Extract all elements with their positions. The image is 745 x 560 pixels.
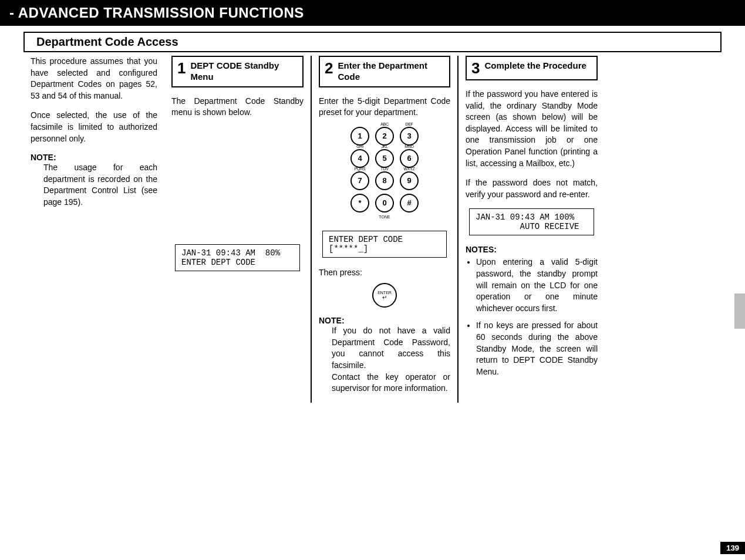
lcd-display-3: JAN-31 09:43 AM 100% AUTO RECEIVE xyxy=(469,208,594,235)
keypad-tone-label: TONE xyxy=(379,215,390,219)
step-1-column: 1 DEPT CODE Standby Menu The Department … xyxy=(164,56,311,403)
keypad-key-3: DEF3 xyxy=(400,127,419,146)
step-title: Complete the Procedure xyxy=(484,60,586,72)
keypad-key-hash: # xyxy=(400,194,419,212)
keypad-key-7: PQRS7 xyxy=(350,171,369,190)
step-2-header: 2 Enter the Department Code xyxy=(319,56,450,87)
then-press-label: Then press: xyxy=(319,267,450,279)
step-title: DEPT CODE Standby Menu xyxy=(190,60,298,83)
page-number: 139 xyxy=(720,542,745,554)
note-body: If you do not have a valid Department Co… xyxy=(332,325,450,394)
note-label: NOTE: xyxy=(31,153,157,162)
notes-label: NOTES: xyxy=(466,245,598,254)
step-number: 2 xyxy=(325,60,333,76)
keypad-key-4: GHI4 xyxy=(350,149,369,168)
keypad-key-9: WXYZ9 xyxy=(400,171,419,190)
step-number: 1 xyxy=(177,60,186,76)
intro-paragraph: Once selected, the use of the facsimile … xyxy=(31,110,157,144)
keypad-key-5: JKL5 xyxy=(375,149,394,168)
lcd-display-2: ENTER DEPT CODE [*****_] xyxy=(322,231,447,258)
keypad-key-6: MNO6 xyxy=(400,149,419,168)
step-1-body: The Department Code Standby menu is show… xyxy=(171,96,304,119)
enter-button-icon: ENTER ↵ xyxy=(372,283,397,308)
lcd-display-1: JAN-31 09:43 AM 80% ENTER DEPT CODE xyxy=(175,244,300,271)
content-columns: This procedure assumes that you have sel… xyxy=(23,56,722,403)
side-tab xyxy=(734,294,745,329)
section-title: Department Code Access xyxy=(23,32,722,52)
note-label: NOTE: xyxy=(319,316,450,325)
note-item: Upon entering a valid 5-digit password, … xyxy=(476,257,598,314)
page-header: - ADVANCED TRANSMISSION FUNCTIONS xyxy=(0,0,745,26)
step-2-body: Enter the 5-digit Department Code preset… xyxy=(319,96,450,119)
keypad-icon: 1 ABC2 DEF3 GHI4 JKL5 MNO6 PQRS7 TUV8 WX… xyxy=(319,127,450,219)
step-3-body: If the password you have entered is vali… xyxy=(466,89,598,169)
keypad-key-0: 0 xyxy=(375,194,394,212)
keypad-key-star: * xyxy=(350,194,369,212)
step-3-body: If the password does not match, verify y… xyxy=(466,177,598,200)
step-3-column: 3 Complete the Procedure If the password… xyxy=(458,56,605,403)
enter-arrow-icon: ↵ xyxy=(382,295,387,301)
step-title: Enter the Department Code xyxy=(338,60,444,83)
keypad-key-8: TUV8 xyxy=(375,171,394,190)
step-3-header: 3 Complete the Procedure xyxy=(466,56,598,80)
step-2-column: 2 Enter the Department Code Enter the 5-… xyxy=(311,56,458,403)
keypad-key-2: ABC2 xyxy=(375,127,394,146)
step-number: 3 xyxy=(471,60,480,76)
step-1-header: 1 DEPT CODE Standby Menu xyxy=(171,56,304,87)
intro-column: This procedure assumes that you have sel… xyxy=(23,56,164,403)
note-body: The usage for each department is recorde… xyxy=(43,162,157,208)
notes-list: Upon entering a valid 5-digit password, … xyxy=(476,257,598,377)
keypad-key-1: 1 xyxy=(350,127,369,146)
intro-paragraph: This procedure assumes that you have sel… xyxy=(31,56,157,102)
note-item: If no keys are pressed for about 60 seco… xyxy=(476,320,598,377)
